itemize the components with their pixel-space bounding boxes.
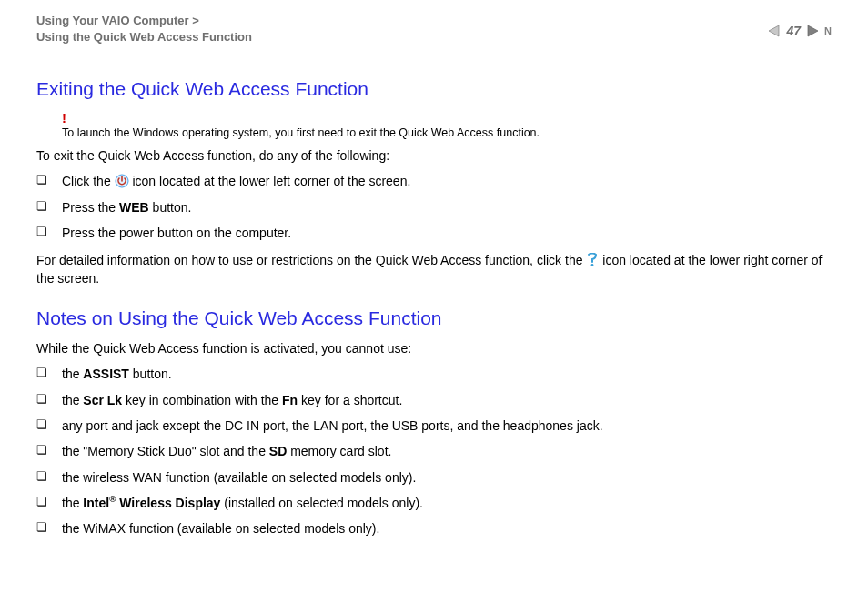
power-icon (115, 174, 129, 188)
svg-marker-1 (808, 25, 818, 36)
nav-prev-icon[interactable] (768, 25, 781, 37)
section1-intro: To exit the Quick Web Access function, d… (36, 146, 832, 165)
section1-detail: For detailed information on how to use o… (36, 251, 832, 288)
text-segment: icon located at the lower left corner of… (132, 174, 410, 188)
svg-point-3 (591, 264, 594, 266)
section2-title: Notes on Using the Quick Web Access Func… (36, 305, 832, 332)
text-segment: memory card slot. (287, 444, 391, 458)
list-item: the ASSIST button. (36, 365, 832, 383)
text-segment: the "Memory Stick Duo" slot and the (62, 444, 269, 458)
list-item: Click the icon located at the lower left… (36, 172, 832, 190)
text-bold: Fn (282, 393, 298, 407)
text-segment: the (62, 393, 83, 407)
nav-next-icon[interactable] (806, 25, 819, 37)
page-header: Using Your VAIO Computer > Using the Qui… (0, 0, 868, 53)
text-bold: Scr Lk (83, 393, 122, 407)
exit-options-list: Click the icon located at the lower left… (36, 172, 832, 242)
nav-n-label: N (824, 25, 832, 36)
breadcrumb-line1: Using Your VAIO Computer > (36, 13, 252, 29)
text-segment: (installed on selected models only). (220, 496, 423, 510)
list-item: the wireless WAN function (available on … (36, 468, 832, 487)
svg-marker-0 (769, 25, 779, 36)
text-segment: Intel (83, 496, 109, 510)
alert-text: To launch the Windows operating system, … (62, 126, 540, 139)
list-item: the Scr Lk key in combination with the F… (36, 391, 832, 409)
text-segment: button. (149, 200, 192, 215)
alert-block: ! To launch the Windows operating system… (62, 111, 832, 141)
list-item: Press the WEB button. (36, 198, 832, 216)
list-item: Press the power button on the computer. (36, 224, 832, 242)
list-item: the WiMAX function (available on selecte… (36, 519, 832, 538)
breadcrumb: Using Your VAIO Computer > Using the Qui… (36, 13, 252, 45)
breadcrumb-line2: Using the Quick Web Access Function (36, 29, 252, 45)
page-content: Exiting the Quick Web Access Function ! … (0, 55, 868, 538)
section1-title: Exiting the Quick Web Access Function (36, 75, 832, 103)
help-icon (586, 253, 599, 267)
text-segment: key for a shortcut. (298, 393, 402, 407)
text-bold: Intel® Wireless Display (83, 496, 220, 510)
text-bold: WEB (119, 200, 149, 215)
restrictions-list: the ASSIST button. the Scr Lk key in com… (36, 365, 832, 538)
text-segment: Wireless Display (116, 496, 220, 510)
alert-icon: ! (62, 111, 832, 125)
section2-intro: While the Quick Web Access function is a… (36, 339, 832, 357)
list-item: the Intel® Wireless Display (installed o… (36, 494, 832, 512)
list-item: the "Memory Stick Duo" slot and the SD m… (36, 442, 832, 460)
text-segment: the (62, 367, 83, 381)
text-bold: ASSIST (83, 367, 129, 381)
list-item: any port and jack except the DC IN port,… (36, 417, 832, 435)
text-segment: key in combination with the (122, 393, 282, 407)
text-segment: button. (129, 367, 172, 381)
text-segment: the (62, 496, 83, 510)
text-bold: SD (269, 444, 287, 458)
text-segment: Click the (62, 174, 115, 188)
page-navigator: 47 N (768, 13, 832, 38)
text-segment: Press the (62, 200, 119, 215)
page-number: 47 (786, 24, 801, 38)
text-segment: For detailed information on how to use o… (36, 253, 586, 267)
